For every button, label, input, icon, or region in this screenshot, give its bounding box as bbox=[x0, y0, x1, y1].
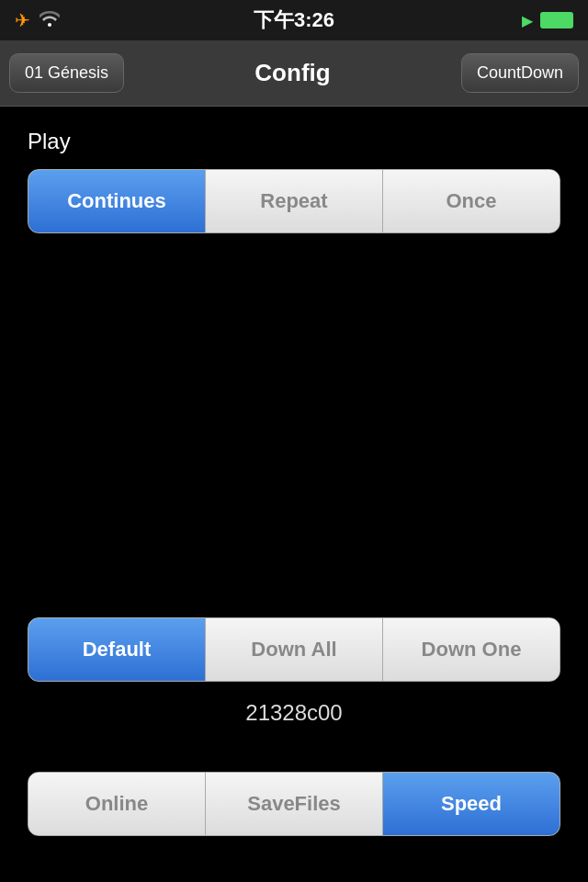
direction-segmented-control: Default Down All Down One bbox=[28, 617, 560, 682]
play-segmented-control: Continues Repeat Once bbox=[28, 169, 560, 233]
mode-section: Online SaveFiles Speed bbox=[28, 772, 560, 836]
back-button[interactable]: 01 Génesis bbox=[9, 53, 124, 93]
id-text: 21328c00 bbox=[28, 700, 560, 726]
status-time: 下午3:26 bbox=[254, 6, 334, 34]
mode-savefiles-button[interactable]: SaveFiles bbox=[206, 773, 383, 835]
direction-downall-button[interactable]: Down All bbox=[206, 618, 383, 681]
direction-downone-button[interactable]: Down One bbox=[383, 618, 560, 681]
status-left: ✈ bbox=[15, 9, 60, 31]
play-section: Play Continues Repeat Once bbox=[28, 129, 560, 233]
page-title: Config bbox=[254, 59, 330, 87]
wifi-icon bbox=[40, 10, 60, 31]
play-once-button[interactable]: Once bbox=[383, 170, 560, 232]
airplane-icon: ✈ bbox=[15, 9, 30, 31]
play-continues-button[interactable]: Continues bbox=[28, 170, 206, 232]
status-right: ▶ bbox=[522, 12, 573, 29]
mode-speed-button[interactable]: Speed bbox=[383, 773, 560, 835]
play-label: Play bbox=[28, 129, 560, 154]
bottom-sections: Default Down All Down One 21328c00 Onlin… bbox=[0, 617, 588, 882]
nav-bar: 01 Génesis Config CountDown bbox=[0, 40, 588, 107]
battery-icon bbox=[540, 12, 573, 28]
mode-online-button[interactable]: Online bbox=[28, 773, 206, 835]
status-bar: ✈ 下午3:26 ▶ bbox=[0, 0, 588, 40]
play-icon: ▶ bbox=[522, 12, 533, 29]
countdown-button[interactable]: CountDown bbox=[461, 53, 579, 93]
direction-default-button[interactable]: Default bbox=[28, 618, 206, 681]
play-repeat-button[interactable]: Repeat bbox=[206, 170, 383, 232]
main-content: Play Continues Repeat Once bbox=[0, 107, 588, 255]
direction-section: Default Down All Down One 21328c00 bbox=[28, 617, 560, 744]
mode-segmented-control: Online SaveFiles Speed bbox=[28, 772, 560, 836]
